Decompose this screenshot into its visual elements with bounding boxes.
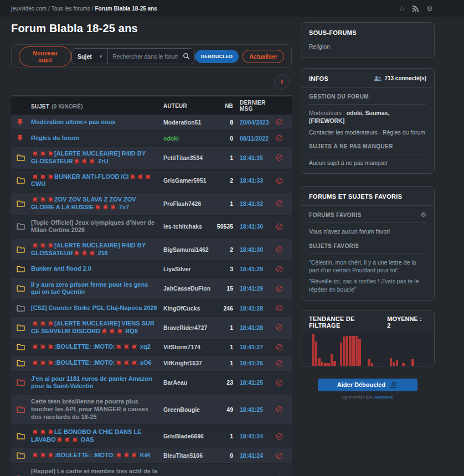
block-topic-icon[interactable] [272, 285, 286, 292]
block-topic-icon[interactable] [272, 379, 286, 386]
rss-icon[interactable] [412, 5, 419, 12]
topic-title[interactable]: J'en ai pour 1181 euros de panier Amazon… [31, 375, 163, 391]
topic-title[interactable]: :BOULETTE: :MOTO: KiR [31, 452, 163, 459]
breadcrumb-site[interactable]: jeuxvideo.com [11, 6, 47, 12]
topic-last-msg-time[interactable]: 18:41:25 [240, 406, 272, 413]
refresh-button[interactable]: Actualiser [243, 50, 284, 63]
topic-title[interactable]: Modération ultime= pas nous [31, 118, 163, 126]
table-row[interactable]: :BOULETTE: :MOTO: KiR BleuTitan5106 0 18… [11, 448, 292, 464]
topic-author[interactable]: Moderation51 [163, 119, 213, 126]
topic-author[interactable]: VifStorm7174 [163, 344, 213, 350]
jvarchive-link[interactable]: JvArchive [373, 395, 393, 400]
topic-author[interactable]: odoki [163, 135, 213, 142]
search-input[interactable] [108, 53, 183, 60]
topic-last-msg-time[interactable]: 18:41:24 [240, 452, 272, 459]
block-topic-icon[interactable] [272, 134, 286, 142]
topic-author[interactable]: KingOfCucks [163, 305, 213, 312]
topic-title[interactable]: [ALERTE NUCLEAIRE] R4ID BY GLOSSATEUR 21… [31, 242, 163, 257]
topic-title[interactable]: [ALERTE NUCLEAIRE] VIENS SUR CE SERVEUR … [31, 320, 163, 335]
topic-last-msg-time[interactable]: 18:41:29 [240, 266, 272, 272]
topic-title[interactable]: Bunker anti flood 2.0 [31, 265, 163, 273]
topic-title[interactable]: [Topic Officiel] Jeux olympiques d'hiver… [31, 219, 163, 235]
table-row[interactable]: [ALERTE NUCLEAIRE] R4ID BY GLOSSATEUR 21… [11, 239, 292, 262]
topic-author[interactable]: GrisGamer5951 [163, 177, 213, 184]
table-row[interactable]: LE BONOBO A CHIE DANS LE LAVABO OAS Gris… [11, 425, 292, 448]
topic-last-msg-time[interactable]: 08/11/2022 [240, 135, 272, 142]
topic-title[interactable]: Il y aura zero prison ferme pour les gen… [31, 281, 163, 297]
topic-last-msg-time[interactable]: 18:41:35 [240, 154, 272, 161]
topic-title[interactable]: [Rappel] Le cadre et membre tres actif d… [31, 468, 163, 476]
topic-title[interactable]: :BOULETTE: :MOTO: xq2 [31, 343, 163, 351]
topic-title[interactable]: Cette teen brésilienne ne pourra plus to… [31, 398, 163, 421]
table-row[interactable]: Bunker anti flood 2.0 LiyaSilver 3 18:41… [11, 262, 292, 278]
block-topic-icon[interactable] [272, 154, 286, 161]
table-row[interactable]: Modération ultime= pas nous Moderation51… [11, 115, 292, 131]
contact-moderators-link[interactable]: Contacter les modérateurs - Règles du fo… [309, 128, 426, 137]
table-row[interactable]: [Rappel] Le cadre et membre tres actif d… [11, 464, 292, 476]
sidebar-item-religion[interactable]: Religion [309, 43, 426, 51]
favoris-gear-icon[interactable]: ⚙ [420, 211, 426, 218]
topic-title[interactable]: [CS2] Counter Strike PGL Cluj-Napoca 202… [31, 304, 163, 312]
gear-icon[interactable]: ⚙ [426, 5, 433, 12]
next-page-button[interactable]: › [274, 74, 290, 90]
topic-author[interactable]: VifKnight1537 [163, 360, 213, 366]
table-row[interactable]: [CS2] Counter Strike PGL Cluj-Napoca 202… [11, 301, 292, 317]
search-icon[interactable] [183, 53, 194, 60]
block-topic-icon[interactable] [272, 324, 286, 331]
table-row[interactable]: [ALERTE NUCLEAIRE] VIENS SUR CE SERVEUR … [11, 317, 292, 340]
table-row[interactable]: [ALERTE NUCLEAIRE] R4ID BY GLOSSATEUR Zr… [11, 147, 292, 170]
table-row[interactable]: J'en ai pour 1181 euros de panier Amazon… [11, 372, 292, 395]
search-category-select[interactable]: Sujet ▾ [72, 49, 108, 64]
breadcrumb-section[interactable]: Tous les forums [51, 6, 90, 12]
block-topic-icon[interactable] [272, 177, 286, 184]
topic-last-msg-time[interactable]: 18:41:32 [240, 200, 272, 207]
topic-last-msg-time[interactable]: 18:41:25 [240, 360, 272, 366]
aider-deboucled-button[interactable]: Aider Déboucled [318, 379, 417, 391]
topic-author[interactable]: BleuTitan5106 [163, 452, 213, 459]
topic-author[interactable]: les-tchitchaks [163, 223, 213, 230]
topic-title[interactable]: Règles du forum [31, 134, 163, 142]
table-row[interactable]: BUNKER ANTI-FLOOD ICI CWU GrisGamer5951 … [11, 170, 292, 193]
topic-title[interactable]: BUNKER ANTI-FLOOD ICI CWU [31, 173, 163, 189]
topic-last-msg-time[interactable]: 18:41:33 [240, 177, 272, 184]
deboucled-button[interactable]: DÉBOUCLED [195, 50, 239, 63]
topic-last-msg-time[interactable]: 18:41:27 [240, 344, 272, 350]
table-row[interactable]: :BOULETTE: :MOTO: sO6 VifKnight1537 1 18… [11, 356, 292, 372]
topic-author[interactable]: ProFlash7426 [163, 200, 213, 207]
topic-author[interactable]: BigSamurai1462 [163, 246, 213, 253]
block-topic-icon[interactable] [272, 406, 286, 413]
table-row[interactable]: Cette teen brésilienne ne pourra plus to… [11, 395, 292, 425]
topic-title[interactable]: LE BONOBO A CHIE DANS LE LAVABO OAS [31, 428, 163, 444]
table-row[interactable]: Il y aura zero prison ferme pour les gen… [11, 278, 292, 301]
table-row[interactable]: ZOV ZOV SLAVA Z ZOV ZOV GLOIRE A LA RUSS… [11, 193, 292, 216]
topic-author[interactable]: BraveRider4727 [163, 324, 213, 331]
table-row[interactable]: [Topic Officiel] Jeux olympiques d'hiver… [11, 216, 292, 239]
topic-last-msg-time[interactable]: 20/04/2023 [240, 119, 272, 126]
table-row[interactable]: :BOULETTE: :MOTO: xq2 VifStorm7174 1 18:… [11, 340, 292, 356]
block-topic-icon[interactable] [272, 118, 286, 126]
topic-author[interactable]: JahCasseDuFion [163, 285, 213, 292]
topic-last-msg-time[interactable]: 18:41:30 [240, 223, 272, 230]
block-topic-icon[interactable] [272, 266, 286, 273]
favorite-topic-link[interactable]: "Réveille-toi, sac à ronfles ! J'vais pa… [309, 277, 426, 293]
topic-last-msg-time[interactable]: 18:41:30 [240, 246, 272, 253]
block-topic-icon[interactable] [272, 246, 286, 253]
topic-last-msg-time[interactable]: 18:41:24 [240, 433, 272, 439]
block-topic-icon[interactable] [272, 452, 286, 459]
topic-title[interactable]: :BOULETTE: :MOTO: sO6 [31, 359, 163, 367]
topic-last-msg-time[interactable]: 18:41:28 [240, 305, 272, 312]
block-topic-icon[interactable] [272, 200, 286, 207]
topic-title[interactable]: [ALERTE NUCLEAIRE] R4ID BY GLOSSATEUR Zr… [31, 150, 163, 165]
star-icon[interactable]: ☆ [399, 5, 405, 12]
block-topic-icon[interactable] [272, 344, 286, 351]
topic-last-msg-time[interactable]: 18:41:25 [240, 379, 272, 386]
topic-author[interactable]: GreenBougie [163, 406, 213, 413]
topic-author[interactable]: LiyaSilver [163, 266, 213, 272]
topic-title[interactable]: ZOV ZOV SLAVA Z ZOV ZOV GLOIRE A LA RUSS… [31, 196, 163, 211]
topic-author[interactable]: PetitTitan3534 [163, 154, 213, 161]
topic-author[interactable]: BarAeau [163, 379, 213, 386]
block-topic-icon[interactable] [272, 360, 286, 367]
block-topic-icon[interactable] [272, 304, 286, 312]
favorite-topic-link[interactable]: "Célestin, mon chéri, il y a une lettre … [309, 258, 426, 274]
new-topic-button[interactable]: Nouveau sujet [19, 46, 71, 66]
